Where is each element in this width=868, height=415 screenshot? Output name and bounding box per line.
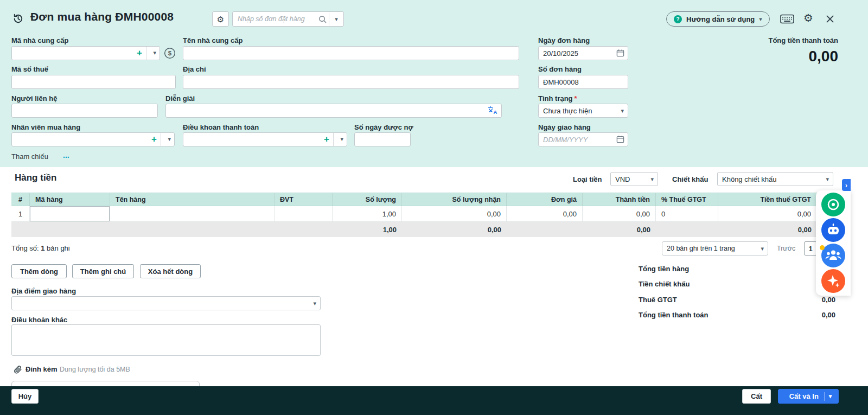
help-guide-button[interactable]: ? Hướng dẫn sử dụng ▾ (666, 11, 770, 27)
debt-days-input[interactable] (354, 132, 411, 146)
chevron-down-icon: ▾ (759, 16, 762, 22)
gear-icon[interactable]: ⚙ (803, 12, 813, 23)
order-no-input[interactable] (538, 75, 628, 89)
summary-subtotal-label: Tổng tiền hàng (639, 265, 689, 273)
chatbot-icon[interactable] (821, 218, 845, 242)
supplier-code-combo: + ▾ (11, 46, 160, 60)
discount-select[interactable]: Không chiết khấu ▾ (717, 172, 833, 186)
amount-cell[interactable]: 0,00 (583, 206, 656, 222)
unit-price-cell[interactable]: 0,00 (507, 206, 583, 222)
calendar-icon[interactable] (616, 49, 624, 57)
order-no-label: Số đơn hàng (538, 65, 582, 73)
add-row-button[interactable]: Thêm dòng (11, 264, 67, 278)
delivery-date-input[interactable] (538, 132, 628, 146)
save-and-print-button[interactable]: Cất và In ▾ (778, 389, 839, 404)
currency-select[interactable]: VND ▾ (610, 172, 658, 186)
calendar-icon[interactable] (616, 135, 624, 143)
search-icon[interactable] (318, 15, 327, 23)
chevron-down-icon: ▾ (313, 301, 316, 307)
delivery-location-label: Địa điểm giao hàng (11, 287, 76, 295)
other-terms-textarea[interactable] (11, 324, 321, 356)
row-index-cell: 1 (11, 206, 30, 222)
history-icon[interactable] (11, 12, 25, 25)
status-label: Tình trạng* (538, 94, 577, 103)
chevron-down-icon[interactable]: ▾ (340, 136, 343, 142)
buyer-input[interactable] (11, 132, 175, 146)
col-header-unit[interactable]: ĐVT (275, 193, 333, 206)
col-header-vat-rate[interactable]: % Thuế GTGT (656, 193, 718, 206)
col-header-received-qty[interactable]: Số lượng nhận (402, 193, 507, 206)
chevron-down-icon: ▾ (621, 108, 624, 114)
item-name-cell[interactable] (110, 206, 275, 222)
items-table: # Mã hàng Tên hàng ĐVT Số lượng Số lượng… (11, 193, 838, 237)
floating-support-panel (816, 190, 851, 296)
table-total-row: 1,00 0,00 0,00 0,00 (11, 222, 838, 237)
cancel-button[interactable]: Hủy (11, 389, 39, 404)
col-header-item-name[interactable]: Tên hàng (110, 193, 275, 206)
total-cell (11, 222, 30, 237)
unit-cell[interactable] (275, 206, 333, 222)
summary-vat-label: Thuế GTGT (639, 296, 677, 304)
chevron-down-icon[interactable]: ▾ (829, 393, 832, 399)
status-select[interactable]: Chưa thực hiện ▾ (538, 104, 628, 118)
status-label-text: Tình trạng (538, 94, 573, 103)
col-header-quantity[interactable]: Số lượng (333, 193, 402, 206)
close-icon[interactable] (826, 15, 834, 23)
supplier-balance-icon[interactable]: $ (164, 47, 176, 59)
order-date-input[interactable] (538, 46, 628, 60)
col-header-item-code[interactable]: Mã hàng (30, 193, 110, 206)
table-row: 1 1,00 0,00 0,00 0,00 0 0,00 (11, 206, 838, 222)
summary-grand-total-label: Tổng tiền thanh toán (639, 311, 709, 319)
add-note-button[interactable]: Thêm ghi chú (72, 264, 134, 278)
supplier-name-input[interactable] (183, 46, 519, 60)
pagination-prev[interactable]: Trước (777, 245, 795, 252)
chevron-down-icon: ▾ (826, 176, 829, 182)
grand-total-label: Tổng tiền thanh toán (768, 36, 838, 44)
add-buyer-icon[interactable]: + (151, 134, 157, 144)
clear-rows-button[interactable]: Xóa hết dòng (140, 264, 201, 278)
contact-input[interactable] (11, 104, 158, 118)
support-target-icon[interactable] (821, 193, 845, 216)
delivery-location-select[interactable]: ▾ (11, 296, 321, 310)
item-code-cell[interactable] (30, 206, 110, 222)
delivery-date-label: Ngày giao hàng (538, 123, 591, 131)
vat-rate-cell[interactable]: 0 (656, 206, 718, 222)
total-quantity: 1,00 (333, 222, 402, 237)
translate-icon[interactable]: A (488, 106, 498, 114)
order-search-box: ▾ (232, 11, 344, 27)
items-section-title: Hàng tiền (15, 173, 56, 183)
order-settings-button[interactable]: ⚙ (212, 11, 229, 27)
col-header-amount[interactable]: Thành tiền (583, 193, 656, 206)
discount-value: Không chiết khấu (722, 175, 776, 183)
order-search-dropdown-button[interactable]: ▾ (329, 12, 343, 26)
add-payment-terms-icon[interactable]: + (324, 134, 329, 144)
payment-terms-input[interactable] (183, 132, 347, 146)
debt-days-label: Số ngày được nợ (354, 123, 413, 131)
address-input[interactable] (183, 75, 519, 89)
total-cell (275, 222, 333, 237)
tax-code-label: Mã số thuế (11, 65, 48, 73)
contact-label: Người liên hệ (11, 94, 57, 103)
ai-assistant-icon[interactable] (821, 269, 845, 293)
received-qty-cell[interactable]: 0,00 (402, 206, 507, 222)
page-size-select[interactable]: 20 bản ghi trên 1 trang ▾ (662, 241, 768, 256)
table-header-row: # Mã hàng Tên hàng ĐVT Số lượng Số lượng… (11, 193, 838, 206)
attachment-hint: Dung lượng tối đa 5MB (60, 366, 130, 373)
description-input[interactable] (165, 104, 502, 118)
svg-text:A: A (494, 109, 497, 115)
pagination-page-1[interactable]: 1 (804, 241, 817, 256)
col-header-unit-price[interactable]: Đơn giá (507, 193, 583, 206)
tax-code-input[interactable] (11, 75, 176, 89)
col-header-index[interactable]: # (11, 193, 30, 206)
add-supplier-icon[interactable]: + (137, 48, 142, 58)
divider (161, 133, 161, 146)
keyboard-icon[interactable] (780, 14, 794, 24)
chevron-down-icon[interactable]: ▾ (168, 136, 171, 142)
reference-more-link[interactable]: ... (63, 151, 69, 159)
collapse-panel-tab[interactable]: › (842, 179, 851, 191)
order-search-input[interactable] (233, 12, 318, 26)
quantity-cell[interactable]: 1,00 (333, 206, 402, 222)
save-button[interactable]: Cất (742, 389, 771, 404)
community-icon[interactable] (821, 244, 845, 267)
chevron-down-icon[interactable]: ▾ (153, 50, 156, 56)
